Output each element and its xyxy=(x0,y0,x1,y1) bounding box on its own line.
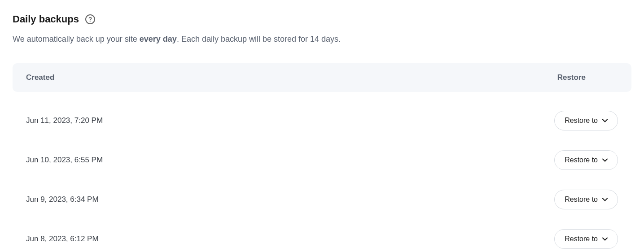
restore-button-label: Restore to xyxy=(565,117,598,125)
table-header-row: Created Restore xyxy=(13,63,631,92)
table-row: Jun 8, 2023, 6:12 PM Restore to xyxy=(13,219,631,252)
created-timestamp: Jun 10, 2023, 6:55 PM xyxy=(26,156,103,165)
restore-button-label: Restore to xyxy=(565,196,598,204)
desc-prefix: We automatically back up your site xyxy=(13,35,140,43)
desc-suffix: . Each daily backup will be stored for 1… xyxy=(177,35,341,43)
chevron-down-icon xyxy=(602,118,608,123)
chevron-down-icon xyxy=(602,236,608,242)
table-row: Jun 10, 2023, 6:55 PM Restore to xyxy=(13,140,631,180)
table-row: Jun 11, 2023, 7:20 PM Restore to xyxy=(13,101,631,140)
restore-to-button[interactable]: Restore to xyxy=(554,111,618,130)
help-icon[interactable]: ? xyxy=(85,14,95,24)
created-timestamp: Jun 11, 2023, 7:20 PM xyxy=(26,116,103,125)
restore-button-label: Restore to xyxy=(565,235,598,243)
restore-to-button[interactable]: Restore to xyxy=(554,190,618,209)
section-header: Daily backups ? xyxy=(13,13,631,25)
created-timestamp: Jun 8, 2023, 6:12 PM xyxy=(26,235,99,243)
section-description: We automatically back up your site every… xyxy=(13,33,631,45)
th-created: Created xyxy=(26,73,54,82)
restore-to-button[interactable]: Restore to xyxy=(554,229,618,249)
created-timestamp: Jun 9, 2023, 6:34 PM xyxy=(26,195,99,204)
chevron-down-icon xyxy=(602,157,608,163)
backups-table: Created Restore Jun 11, 2023, 7:20 PM Re… xyxy=(13,63,631,252)
th-restore: Restore xyxy=(557,73,586,82)
restore-button-label: Restore to xyxy=(565,156,598,164)
table-row: Jun 9, 2023, 6:34 PM Restore to xyxy=(13,180,631,219)
page-title: Daily backups xyxy=(13,13,79,25)
chevron-down-icon xyxy=(602,197,608,202)
desc-bold: every day xyxy=(140,35,177,43)
restore-to-button[interactable]: Restore to xyxy=(554,150,618,170)
